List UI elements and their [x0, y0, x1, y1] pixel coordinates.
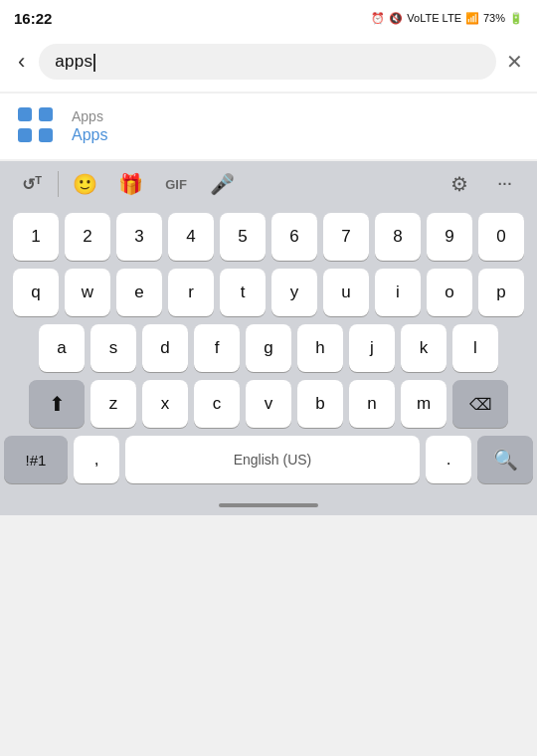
wifi-icon: 📶: [465, 12, 479, 25]
qwerty-row: q w e r t y u i o p: [4, 269, 533, 316]
bottom-row: !#1 , English (US) . 🔍: [4, 436, 533, 483]
settings-icon: ⚙: [450, 172, 468, 196]
key-7[interactable]: 7: [323, 213, 369, 261]
key-4[interactable]: 4: [168, 213, 214, 261]
back-button[interactable]: ‹: [14, 45, 29, 79]
asdf-row: a s d f g h j k l: [4, 324, 533, 372]
key-h[interactable]: h: [297, 324, 343, 372]
emoji-icon: 🙂: [73, 172, 97, 196]
key-g[interactable]: g: [246, 324, 291, 372]
space-label: English (US): [234, 452, 312, 468]
key-m[interactable]: m: [401, 380, 447, 428]
key-2[interactable]: 2: [65, 213, 110, 261]
key-p[interactable]: p: [478, 269, 524, 316]
key-c[interactable]: c: [194, 380, 240, 428]
emoji-button[interactable]: 🙂: [63, 165, 106, 203]
cursor: [93, 54, 95, 72]
toolbar-divider: [58, 171, 59, 197]
search-result[interactable]: Apps Apps: [0, 94, 537, 159]
signal-text: VoLTE LTE: [407, 12, 461, 24]
clear-button[interactable]: ✕: [506, 50, 523, 74]
key-u[interactable]: u: [323, 269, 369, 316]
app-dot-1: [18, 107, 32, 121]
symbol-label: !#1: [26, 452, 47, 469]
keyboard-toolbar: ↺T 🙂 🎁 GIF 🎤 ⚙ ···: [0, 161, 537, 207]
mic-button[interactable]: 🎤: [200, 165, 244, 203]
key-l[interactable]: l: [452, 324, 498, 372]
status-bar: 16:22 ⏰ 🔇 VoLTE LTE 📶 73% 🔋: [0, 0, 537, 36]
more-icon: ···: [498, 176, 513, 192]
period-key[interactable]: .: [426, 436, 471, 483]
key-o[interactable]: o: [427, 269, 472, 316]
gif-label: GIF: [165, 177, 187, 192]
key-9[interactable]: 9: [427, 213, 472, 261]
status-icons: ⏰ 🔇 VoLTE LTE 📶 73% 🔋: [371, 12, 523, 25]
key-6[interactable]: 6: [271, 213, 317, 261]
more-button[interactable]: ···: [483, 165, 527, 203]
key-3[interactable]: 3: [116, 213, 162, 261]
translate-button[interactable]: ↺T: [10, 165, 54, 203]
shift-button[interactable]: ⬆: [29, 380, 85, 428]
comma-key[interactable]: ,: [74, 436, 119, 483]
key-x[interactable]: x: [142, 380, 188, 428]
key-y[interactable]: y: [271, 269, 317, 316]
battery-text: 73%: [483, 12, 505, 24]
app-dot-2: [39, 107, 53, 121]
alarm-icon: ⏰: [371, 12, 385, 25]
key-a[interactable]: a: [39, 324, 85, 372]
key-t[interactable]: t: [220, 269, 266, 316]
mute-icon: 🔇: [389, 12, 403, 25]
key-j[interactable]: j: [349, 324, 395, 372]
symbol-button[interactable]: !#1: [4, 436, 68, 483]
keyboard: 1 2 3 4 5 6 7 8 9 0 q w e r t y u i o p …: [0, 207, 537, 495]
key-i[interactable]: i: [375, 269, 421, 316]
app-dot-4: [39, 128, 53, 142]
battery-icon: 🔋: [509, 12, 523, 25]
delete-button[interactable]: ⌫: [452, 380, 508, 428]
key-f[interactable]: f: [194, 324, 240, 372]
search-input-wrap[interactable]: apps: [39, 44, 496, 80]
key-k[interactable]: k: [401, 324, 447, 372]
mic-icon: 🎤: [210, 172, 235, 196]
bottom-bar: [0, 495, 537, 515]
settings-button[interactable]: ⚙: [438, 165, 481, 203]
app-icon: [18, 107, 56, 145]
key-s[interactable]: s: [90, 324, 136, 372]
key-q[interactable]: q: [13, 269, 59, 316]
result-text: Apps Apps: [72, 108, 107, 144]
key-b[interactable]: b: [297, 380, 343, 428]
key-8[interactable]: 8: [375, 213, 421, 261]
result-label: Apps: [72, 108, 107, 124]
number-row: 1 2 3 4 5 6 7 8 9 0: [4, 213, 533, 261]
app-dot-3: [18, 128, 32, 142]
key-r[interactable]: r: [168, 269, 214, 316]
search-key[interactable]: 🔍: [477, 436, 533, 483]
zxcv-row: ⬆ z x c v b n m ⌫: [4, 380, 533, 428]
search-bar-container: ‹ apps ✕: [0, 36, 537, 92]
space-button[interactable]: English (US): [125, 436, 420, 483]
sticker-button[interactable]: 🎁: [108, 165, 152, 203]
key-w[interactable]: w: [65, 269, 110, 316]
translate-icon: ↺T: [22, 174, 42, 194]
bottom-indicator: [219, 503, 318, 507]
key-v[interactable]: v: [246, 380, 291, 428]
key-z[interactable]: z: [90, 380, 136, 428]
status-time: 16:22: [14, 10, 52, 27]
key-5[interactable]: 5: [220, 213, 266, 261]
gif-button[interactable]: GIF: [154, 165, 198, 203]
search-input[interactable]: apps: [55, 52, 95, 72]
key-n[interactable]: n: [349, 380, 395, 428]
result-title[interactable]: Apps: [72, 126, 107, 144]
key-1[interactable]: 1: [13, 213, 59, 261]
key-d[interactable]: d: [142, 324, 188, 372]
key-0[interactable]: 0: [478, 213, 524, 261]
sticker-icon: 🎁: [118, 172, 143, 196]
key-e[interactable]: e: [116, 269, 162, 316]
